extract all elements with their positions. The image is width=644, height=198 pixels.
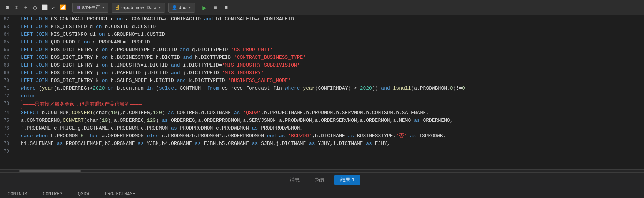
select-icon: ⌖: [22, 4, 29, 11]
grid-icon: ⊟: [4, 4, 11, 11]
schema-icon: 👤: [172, 5, 177, 10]
line-content: LEFT JOIN EOS_DICT_ENTRY i on b.INDUSTRY…: [20, 62, 644, 69]
circle-icon: ◯: [32, 4, 38, 11]
table-row: 62LEFT JOIN CS_CONTRACT_PRODUCT c on a.C…: [0, 15, 644, 23]
line-number: 69: [0, 69, 14, 77]
database-name: erpdb_new_Data: [121, 5, 156, 10]
line-number: 77: [0, 132, 14, 140]
line-content: LEFT JOIN CS_CONTRACT_PRODUCT c on a.CON…: [20, 15, 644, 23]
line-number: 70: [0, 77, 14, 85]
arrow-icon: ↙: [50, 4, 57, 11]
line-number: 74: [0, 109, 14, 117]
line-number: 76: [0, 125, 14, 132]
table-row: 76f.PRODNAME,c.PRICE,g.DICTNAME,c.PRODNU…: [0, 125, 644, 132]
tab-summary[interactable]: 摘要: [309, 175, 331, 185]
database-icon: 🗄: [115, 5, 120, 10]
table-row: 74SELECT b.CONTNUM,CONVERT(char(10),b.CO…: [0, 109, 644, 117]
tab-result[interactable]: 结果 1: [334, 175, 361, 185]
col-projectname: PROJECTNAME: [97, 188, 143, 198]
line-content: a.CONTORDERNO,CONVERT(char(10),a.ORDERRE…: [20, 117, 644, 125]
cursor-icon: ⌶: [13, 4, 20, 11]
line-expand: –: [14, 148, 20, 155]
database-dropdown[interactable]: 🗄 erpdb_new_Data ▼: [112, 3, 165, 13]
table-row: 79–: [0, 148, 644, 155]
line-number: 75: [0, 117, 14, 125]
line-content: SELECT b.CONTNUM,CONVERT(char(10),b.CONT…: [20, 109, 644, 117]
line-number: 62: [0, 15, 14, 23]
line-number: 68: [0, 62, 14, 69]
line-content: ————只有技术服务金额，但是有赠送产品信息的————: [20, 100, 644, 109]
line-content: LEFT JOIN QUO_PROD f on c.PRODNAME=f.PRO…: [20, 38, 644, 46]
code-editor[interactable]: 62LEFT JOIN CS_CONTRACT_PRODUCT c on a.C…: [0, 15, 644, 169]
table-row: 69LEFT JOIN EOS_DICT_ENTRY j on i.PARENT…: [0, 69, 644, 77]
server-arrow: ▼: [102, 6, 105, 10]
table-row: 71where (year(a.ORDERREG)>2020 or b.cont…: [0, 85, 644, 92]
server-icon: 🖥: [76, 5, 80, 10]
line-content: LEFT JOIN MIS_CUSTINFO d on b.CUSTID=d.C…: [20, 23, 644, 31]
line-number: 79: [0, 148, 14, 155]
toolbar: ⊟ ⌶ ⌖ ◯ ⬜ ↙ 📶 🖥 ame生产 ▼ 🗄 erpdb_new_Data…: [0, 0, 644, 15]
line-content: b1.SALENAME as PRODSALENAME,b3.ORGNAME a…: [20, 140, 644, 148]
table-row: 66LEFT JOIN EOS_DICT_ENTRY g on c.PRODNU…: [0, 46, 644, 54]
line-content: where (year(a.ORDERREG)>2020 or b.contnu…: [20, 85, 644, 92]
table-row: 65LEFT JOIN QUO_PROD f on c.PRODNAME=f.P…: [0, 38, 644, 46]
line-number: 73: [0, 100, 14, 108]
line-content: case when b.PRODMON=0 then a.ORDERPRODMO…: [20, 132, 644, 140]
schema-dropdown[interactable]: 👤 dbo ▼: [168, 3, 195, 13]
col-contnum: CONTNUM: [0, 188, 35, 198]
results-header: CONTNUM CONTREG QSDW PROJECTNAME: [0, 187, 644, 198]
table-row: 75a.CONTORDERNO,CONVERT(char(10),a.ORDER…: [0, 117, 644, 125]
toolbar-icons: ⊟ ⌶ ⌖ ◯ ⬜ ↙ 📶: [4, 4, 66, 11]
stop-button[interactable]: ■: [211, 3, 220, 12]
highlighted-comment: ————只有技术服务金额，但是有赠送产品信息的————: [21, 100, 143, 109]
col-qsdw: QSDW: [70, 188, 97, 198]
run-button[interactable]: ▶: [200, 3, 209, 12]
line-content: f.PRODNAME,c.PRICE,g.DICTNAME,c.PRODNUM,…: [20, 125, 644, 132]
bottom-tab-bar: 消息 摘要 结果 1: [0, 172, 644, 187]
copy-icon: ⬜: [41, 4, 48, 11]
schema-name: dbo: [179, 5, 187, 10]
table-row: 73————只有技术服务金额，但是有赠送产品信息的————: [0, 100, 644, 109]
line-number: 71: [0, 85, 14, 92]
tab-message[interactable]: 消息: [284, 175, 306, 185]
database-arrow: ▼: [158, 6, 162, 10]
server-name: ame生产: [82, 4, 100, 11]
server-dropdown[interactable]: 🖥 ame生产 ▼: [72, 3, 108, 13]
line-number: 78: [0, 140, 14, 148]
table-row: 64LEFT JOIN MIS_CUSTINFO d1 on d.GROUPNO…: [0, 31, 644, 38]
table-row: 77case when b.PRODMON=0 then a.ORDERPROD…: [0, 132, 644, 140]
line-content: LEFT JOIN EOS_DICT_ENTRY k on b.SALES_MO…: [20, 77, 644, 85]
table-row: 63LEFT JOIN MIS_CUSTINFO d on b.CUSTID=d…: [0, 23, 644, 31]
line-content: LEFT JOIN EOS_DICT_ENTRY j on i.PARENTID…: [20, 69, 644, 77]
col-contreg: CONTREG: [35, 188, 70, 198]
line-number: 72: [0, 92, 14, 100]
horizontal-scrollbar[interactable]: [0, 169, 644, 172]
table-row: 67LEFT JOIN EOS_DICT_ENTRY h on b.BUSINE…: [0, 54, 644, 62]
table-row: 68LEFT JOIN EOS_DICT_ENTRY i on b.INDUST…: [0, 62, 644, 69]
line-content: union: [20, 92, 644, 100]
schema-arrow: ▼: [188, 6, 192, 10]
table-row: 72union: [0, 92, 644, 100]
line-content: LEFT JOIN EOS_DICT_ENTRY g on c.PRODNUMT…: [20, 46, 644, 54]
line-number: 63: [0, 23, 14, 31]
table-row: 70LEFT JOIN EOS_DICT_ENTRY k on b.SALES_…: [0, 77, 644, 85]
line-number: 66: [0, 46, 14, 54]
line-number: 64: [0, 31, 14, 38]
line-content: LEFT JOIN EOS_DICT_ENTRY h on b.BUSINESS…: [20, 54, 644, 62]
layout-button[interactable]: ⊞: [222, 3, 230, 12]
toolbar-actions: ▶ ■ ⊞: [200, 3, 230, 12]
line-number: 67: [0, 54, 14, 62]
line-content: LEFT JOIN MIS_CUSTINFO d1 on d.GROUPNO=d…: [20, 31, 644, 38]
table-row: 78b1.SALENAME as PRODSALENAME,b3.ORGNAME…: [0, 140, 644, 148]
line-number: 65: [0, 38, 14, 46]
chart-icon: 📶: [59, 4, 66, 11]
